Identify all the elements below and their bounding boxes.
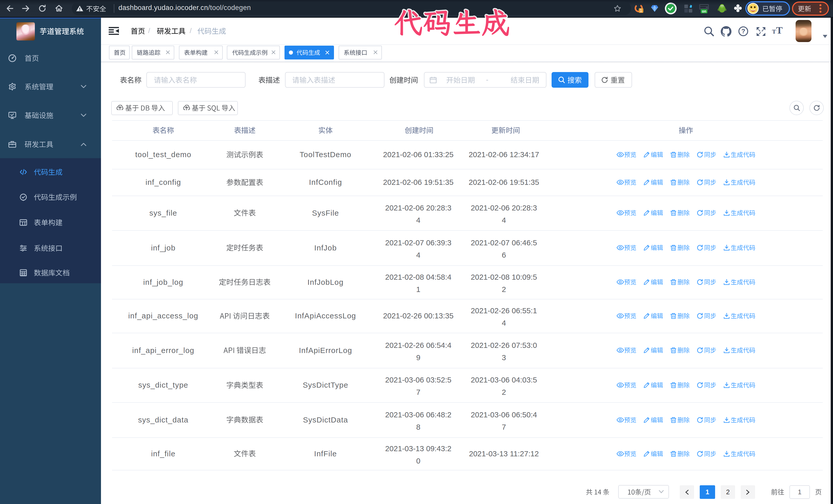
svg-text:?: ?: [741, 28, 745, 34]
svg-text:on: on: [702, 9, 706, 13]
svg-text:1: 1: [640, 8, 642, 13]
